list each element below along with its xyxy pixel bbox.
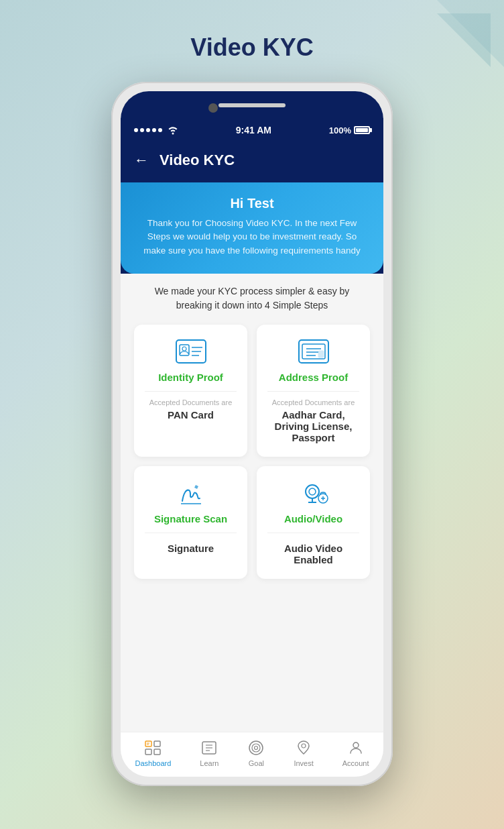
svg-point-30 xyxy=(249,741,263,755)
svg-rect-23 xyxy=(154,749,160,755)
svg-point-32 xyxy=(255,747,258,750)
card-divider xyxy=(145,391,237,392)
identity-doc-name: PAN Card xyxy=(168,409,214,421)
svg-rect-0 xyxy=(176,340,206,363)
account-icon xyxy=(347,739,365,757)
svg-point-14 xyxy=(309,488,316,495)
audio-video-card[interactable]: Audio/Video Audio Video Enabled xyxy=(257,466,370,579)
nav-goal[interactable]: Goal xyxy=(247,739,265,767)
camera-dot xyxy=(208,103,218,113)
goal-label: Goal xyxy=(249,759,264,767)
phone-top-notch xyxy=(121,91,383,138)
back-button[interactable]: ← xyxy=(134,152,149,169)
identity-proof-title: Identity Proof xyxy=(158,372,223,383)
audio-video-doc-name: Audio Video Enabled xyxy=(267,543,359,565)
account-label: Account xyxy=(342,759,369,767)
svg-point-31 xyxy=(252,744,260,752)
svg-point-13 xyxy=(306,485,319,498)
nav-account[interactable]: Account xyxy=(342,739,369,767)
svg-rect-20 xyxy=(145,741,151,747)
identity-proof-card[interactable]: Identity Proof Accepted Documents are PA… xyxy=(134,325,247,457)
svg-rect-22 xyxy=(145,749,151,755)
bottom-nav: Dashboard Learn xyxy=(121,732,383,777)
speaker-notch xyxy=(218,103,286,107)
kyc-cards-grid: Identity Proof Accepted Documents are PA… xyxy=(134,325,370,579)
steps-description: We made your KYC process simpler & easy … xyxy=(134,284,370,313)
app-header-title: Video KYC xyxy=(160,152,235,169)
signature-icon xyxy=(174,480,208,506)
learn-icon xyxy=(200,739,218,757)
address-doc-name: Aadhar Card, Driving License, Passport xyxy=(267,409,359,443)
phone-frame: 9:41 AM 100% ← Video KYC Hi Test xyxy=(111,82,393,786)
identity-accepted-label: Accepted Documents are xyxy=(149,398,233,406)
svg-point-5 xyxy=(182,347,186,351)
bg-decoration-2 xyxy=(383,13,491,121)
app-screen: 9:41 AM 100% ← Video KYC Hi Test xyxy=(121,91,383,777)
nav-learn[interactable]: Learn xyxy=(200,739,218,767)
signature-scan-title: Signature Scan xyxy=(154,513,227,524)
app-header: ← Video KYC xyxy=(121,142,383,182)
goal-icon xyxy=(247,739,265,757)
invest-label: Invest xyxy=(294,759,313,767)
welcome-banner: Hi Test Thank you for Choosing Video KYC… xyxy=(121,182,383,274)
svg-point-33 xyxy=(302,744,306,748)
card-divider-3 xyxy=(145,533,237,533)
dashboard-icon xyxy=(144,739,162,757)
card-divider-2 xyxy=(267,391,359,392)
content-area: We made your KYC process simpler & easy … xyxy=(121,274,383,732)
identity-icon xyxy=(174,338,208,365)
phone-screen: 9:41 AM 100% ← Video KYC Hi Test xyxy=(121,91,383,777)
nav-dashboard[interactable]: Dashboard xyxy=(135,739,171,767)
address-accepted-label: Accepted Documents are xyxy=(272,398,355,406)
address-proof-title: Address Proof xyxy=(279,372,348,383)
svg-rect-21 xyxy=(154,741,160,747)
welcome-greeting: Hi Test xyxy=(137,196,367,211)
svg-point-34 xyxy=(353,742,359,748)
learn-label: Learn xyxy=(200,759,218,767)
address-proof-card[interactable]: Address Proof Accepted Documents are Aad… xyxy=(257,325,370,457)
nav-invest[interactable]: Invest xyxy=(294,739,313,767)
audio-video-title: Audio/Video xyxy=(284,513,342,524)
page-title: Video KYC xyxy=(190,34,313,62)
address-icon xyxy=(297,338,330,365)
svg-rect-11 xyxy=(318,351,324,357)
welcome-description: Thank you for Choosing Video KYC. In the… xyxy=(137,217,367,258)
card-divider-4 xyxy=(267,533,359,533)
signature-scan-card[interactable]: Signature Scan Signature xyxy=(134,466,247,579)
dashboard-label: Dashboard xyxy=(135,759,171,767)
audio-video-icon xyxy=(297,480,330,506)
signature-doc-name: Signature xyxy=(168,543,214,554)
invest-icon xyxy=(295,739,312,757)
